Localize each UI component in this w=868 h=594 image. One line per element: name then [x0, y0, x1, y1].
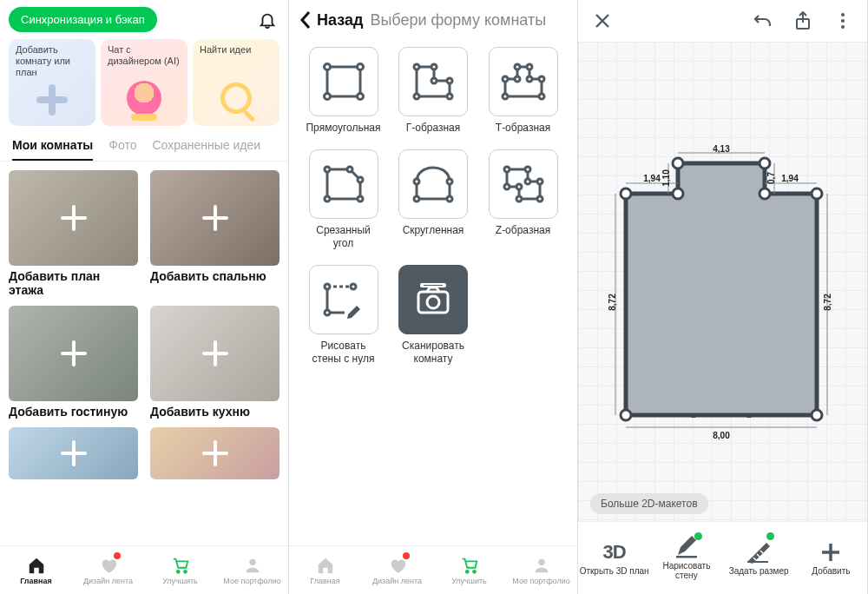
tab-my-rooms[interactable]: Мои комнаты [12, 138, 93, 161]
magnifier-icon [200, 76, 273, 121]
more-2d-layouts[interactable]: Больше 2D-макетов [590, 493, 708, 514]
svg-point-14 [503, 76, 508, 82]
nav-feed[interactable]: Дизайн лента [361, 546, 433, 594]
svg-point-50 [841, 19, 845, 23]
shape-t[interactable]: Т-образная [486, 47, 560, 134]
tile-extra-2[interactable] [150, 427, 279, 479]
canvas[interactable]: 4,13 1,94 1,94 1,10 0,7 8,72 8,72 8,00 Б… [578, 42, 867, 521]
dim-notch-left: 1,94 [643, 174, 660, 183]
plus-icon [61, 340, 87, 366]
shape-label: Г-образная [406, 122, 461, 134]
tile-add-living[interactable]: Добавить гостиную [9, 306, 138, 419]
shape-z[interactable]: Z-образная [486, 149, 560, 249]
svg-point-43 [427, 296, 439, 308]
back-button[interactable] [299, 10, 312, 30]
undo-icon[interactable] [751, 9, 775, 33]
nav-portfolio[interactable]: Мое портфолио [216, 546, 288, 594]
shape-rounded[interactable]: Скругленная [397, 149, 470, 249]
close-icon[interactable] [590, 9, 615, 33]
sync-backup-button[interactable]: Синхронизация и бэкап [9, 7, 157, 32]
tile-thumb [150, 170, 279, 266]
indicator-dot-icon [766, 532, 774, 540]
card-add-room[interactable]: Добавить комнату или план [9, 39, 95, 126]
shape-cut-corner[interactable]: Срезанный угол [306, 149, 380, 249]
svg-point-12 [447, 94, 452, 99]
nav-label: Главная [310, 577, 339, 585]
notifications-icon[interactable] [255, 8, 279, 32]
tool-draw-wall[interactable]: Нарисовать стену [650, 522, 722, 594]
tool-label: Открыть 3D план [580, 566, 649, 576]
svg-point-19 [539, 76, 544, 82]
svg-point-56 [673, 158, 683, 168]
nav-upgrade[interactable]: Улучшить [144, 546, 216, 594]
shape-icon [489, 47, 558, 116]
tab-saved-ideas[interactable]: Сохраненные идеи [152, 138, 260, 161]
shape-draw-walls[interactable]: Рисовать стены с нуля [306, 265, 380, 365]
svg-rect-3 [327, 67, 360, 96]
shape-rectangular[interactable]: Прямоугольная [306, 47, 380, 134]
plus-icon [819, 541, 842, 564]
svg-point-49 [841, 13, 845, 16]
plus-icon [61, 205, 87, 231]
tool-set-dimensions[interactable]: Задать размер [723, 522, 795, 594]
svg-point-8 [414, 64, 419, 69]
tool-open-3d[interactable]: 3D Открыть 3D план [578, 522, 650, 594]
svg-point-15 [515, 76, 520, 82]
room-shape-screen: Назад Выбери форму комнаты Прямоугольная… [289, 0, 578, 594]
room-shape[interactable] [578, 42, 868, 476]
bottom-nav: Главная Дизайн лента Улучшить Мое портфо… [0, 545, 288, 594]
tile-thumb [9, 427, 138, 479]
3d-icon: 3D [603, 541, 626, 564]
svg-point-18 [527, 76, 532, 82]
header: Назад Выбери форму комнаты [289, 0, 577, 38]
tool-label: Задать размер [729, 566, 789, 576]
shape-scan-room[interactable]: Сканировать комнату [397, 265, 470, 365]
nav-home[interactable]: Главная [0, 546, 72, 594]
share-icon[interactable] [791, 9, 815, 33]
shape-label: Сканировать комнату [397, 340, 470, 365]
tile-extra-1[interactable] [9, 427, 138, 479]
quick-action-cards: Добавить комнату или план Чат с дизайнер… [0, 39, 288, 133]
dim-top: 4,13 [713, 144, 729, 154]
card-ai-designer[interactable]: Чат с дизайнером (AI) [101, 39, 187, 126]
svg-point-35 [537, 196, 542, 201]
more-icon[interactable] [831, 9, 855, 33]
tile-thumb [150, 427, 279, 479]
nav-label: Мое портфолио [223, 577, 280, 585]
svg-point-24 [358, 177, 363, 182]
card-label: Добавить комнату или план [16, 44, 89, 79]
tab-photo[interactable]: Фото [108, 138, 136, 161]
svg-point-28 [447, 196, 452, 201]
badge-dot-icon [403, 552, 410, 559]
nav-home[interactable]: Главная [289, 546, 361, 594]
nav-portfolio[interactable]: Мое портфолио [505, 546, 577, 594]
tile-add-bedroom[interactable]: Добавить спальню [150, 170, 279, 297]
svg-point-47 [538, 558, 544, 564]
tile-label: Добавить гостиную [9, 405, 138, 419]
tile-add-floor-plan[interactable]: Добавить план этажа [9, 170, 138, 297]
plus-icon [61, 440, 87, 466]
tool-add[interactable]: Добавить [795, 522, 867, 594]
svg-point-37 [516, 184, 522, 189]
svg-point-60 [812, 410, 822, 420]
nav-upgrade[interactable]: Улучшить [433, 546, 505, 594]
nav-label: Улучшить [451, 577, 487, 585]
svg-point-39 [325, 284, 330, 289]
content-tabs: Мои комнаты Фото Сохраненные идеи [0, 133, 288, 162]
dim-left: 8,72 [608, 294, 617, 310]
bottom-nav: Главная Дизайн лента Улучшить Мое портфо… [289, 545, 577, 594]
tile-add-kitchen[interactable]: Добавить кухню [150, 306, 279, 419]
editor-header [578, 0, 867, 42]
shape-l[interactable]: Г-образная [397, 47, 470, 134]
svg-point-58 [760, 188, 770, 199]
svg-point-31 [504, 167, 510, 172]
shape-label: Z-образная [496, 224, 550, 236]
svg-point-9 [431, 64, 437, 69]
card-find-ideas[interactable]: Найти идеи [193, 39, 279, 126]
svg-point-30 [447, 179, 452, 184]
svg-point-40 [351, 284, 356, 289]
nav-feed[interactable]: Дизайн лента [72, 546, 144, 594]
svg-point-26 [325, 196, 330, 201]
back-label[interactable]: Назад [317, 11, 363, 30]
tile-label: Добавить кухню [150, 405, 279, 419]
